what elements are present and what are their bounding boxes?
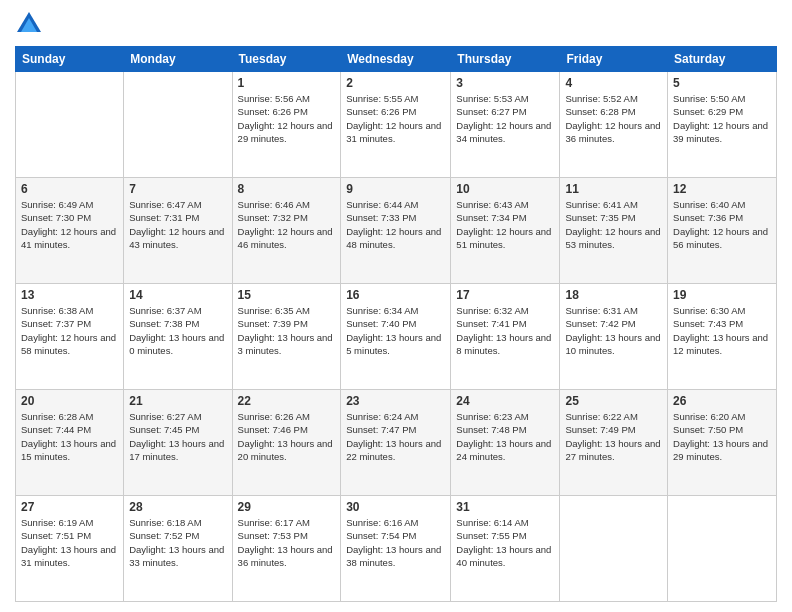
calendar-week-row: 6Sunrise: 6:49 AM Sunset: 7:30 PM Daylig… <box>16 178 777 284</box>
day-number: 1 <box>238 76 336 90</box>
day-info: Sunrise: 6:22 AM Sunset: 7:49 PM Dayligh… <box>565 410 662 463</box>
calendar-cell: 26Sunrise: 6:20 AM Sunset: 7:50 PM Dayli… <box>668 390 777 496</box>
calendar-cell: 19Sunrise: 6:30 AM Sunset: 7:43 PM Dayli… <box>668 284 777 390</box>
day-info: Sunrise: 6:31 AM Sunset: 7:42 PM Dayligh… <box>565 304 662 357</box>
calendar-cell <box>668 496 777 602</box>
day-info: Sunrise: 6:34 AM Sunset: 7:40 PM Dayligh… <box>346 304 445 357</box>
day-info: Sunrise: 6:49 AM Sunset: 7:30 PM Dayligh… <box>21 198 118 251</box>
day-number: 9 <box>346 182 445 196</box>
calendar-day-header: Monday <box>124 47 232 72</box>
calendar-cell <box>124 72 232 178</box>
calendar-day-header: Tuesday <box>232 47 341 72</box>
day-number: 13 <box>21 288 118 302</box>
day-number: 7 <box>129 182 226 196</box>
day-info: Sunrise: 6:38 AM Sunset: 7:37 PM Dayligh… <box>21 304 118 357</box>
day-number: 15 <box>238 288 336 302</box>
calendar-week-row: 20Sunrise: 6:28 AM Sunset: 7:44 PM Dayli… <box>16 390 777 496</box>
day-info: Sunrise: 6:19 AM Sunset: 7:51 PM Dayligh… <box>21 516 118 569</box>
day-number: 17 <box>456 288 554 302</box>
calendar-table: SundayMondayTuesdayWednesdayThursdayFrid… <box>15 46 777 602</box>
day-info: Sunrise: 6:17 AM Sunset: 7:53 PM Dayligh… <box>238 516 336 569</box>
day-info: Sunrise: 5:56 AM Sunset: 6:26 PM Dayligh… <box>238 92 336 145</box>
day-info: Sunrise: 6:24 AM Sunset: 7:47 PM Dayligh… <box>346 410 445 463</box>
day-info: Sunrise: 5:52 AM Sunset: 6:28 PM Dayligh… <box>565 92 662 145</box>
calendar-cell: 16Sunrise: 6:34 AM Sunset: 7:40 PM Dayli… <box>341 284 451 390</box>
calendar-cell: 3Sunrise: 5:53 AM Sunset: 6:27 PM Daylig… <box>451 72 560 178</box>
calendar-cell: 2Sunrise: 5:55 AM Sunset: 6:26 PM Daylig… <box>341 72 451 178</box>
calendar-cell: 25Sunrise: 6:22 AM Sunset: 7:49 PM Dayli… <box>560 390 668 496</box>
calendar-day-header: Sunday <box>16 47 124 72</box>
day-number: 28 <box>129 500 226 514</box>
day-number: 24 <box>456 394 554 408</box>
calendar-cell: 5Sunrise: 5:50 AM Sunset: 6:29 PM Daylig… <box>668 72 777 178</box>
day-info: Sunrise: 6:18 AM Sunset: 7:52 PM Dayligh… <box>129 516 226 569</box>
calendar-cell: 23Sunrise: 6:24 AM Sunset: 7:47 PM Dayli… <box>341 390 451 496</box>
day-info: Sunrise: 6:26 AM Sunset: 7:46 PM Dayligh… <box>238 410 336 463</box>
calendar-cell: 12Sunrise: 6:40 AM Sunset: 7:36 PM Dayli… <box>668 178 777 284</box>
calendar-cell: 20Sunrise: 6:28 AM Sunset: 7:44 PM Dayli… <box>16 390 124 496</box>
day-number: 6 <box>21 182 118 196</box>
day-number: 23 <box>346 394 445 408</box>
calendar-cell: 28Sunrise: 6:18 AM Sunset: 7:52 PM Dayli… <box>124 496 232 602</box>
header <box>15 10 777 38</box>
day-info: Sunrise: 6:23 AM Sunset: 7:48 PM Dayligh… <box>456 410 554 463</box>
day-number: 3 <box>456 76 554 90</box>
day-info: Sunrise: 6:20 AM Sunset: 7:50 PM Dayligh… <box>673 410 771 463</box>
calendar-week-row: 27Sunrise: 6:19 AM Sunset: 7:51 PM Dayli… <box>16 496 777 602</box>
calendar-day-header: Friday <box>560 47 668 72</box>
day-info: Sunrise: 6:27 AM Sunset: 7:45 PM Dayligh… <box>129 410 226 463</box>
calendar-cell: 13Sunrise: 6:38 AM Sunset: 7:37 PM Dayli… <box>16 284 124 390</box>
day-info: Sunrise: 6:47 AM Sunset: 7:31 PM Dayligh… <box>129 198 226 251</box>
day-number: 14 <box>129 288 226 302</box>
calendar-cell: 8Sunrise: 6:46 AM Sunset: 7:32 PM Daylig… <box>232 178 341 284</box>
day-number: 31 <box>456 500 554 514</box>
calendar-cell: 27Sunrise: 6:19 AM Sunset: 7:51 PM Dayli… <box>16 496 124 602</box>
day-info: Sunrise: 5:50 AM Sunset: 6:29 PM Dayligh… <box>673 92 771 145</box>
day-info: Sunrise: 6:14 AM Sunset: 7:55 PM Dayligh… <box>456 516 554 569</box>
day-info: Sunrise: 6:37 AM Sunset: 7:38 PM Dayligh… <box>129 304 226 357</box>
calendar-cell: 29Sunrise: 6:17 AM Sunset: 7:53 PM Dayli… <box>232 496 341 602</box>
calendar-week-row: 1Sunrise: 5:56 AM Sunset: 6:26 PM Daylig… <box>16 72 777 178</box>
day-number: 18 <box>565 288 662 302</box>
calendar-cell: 7Sunrise: 6:47 AM Sunset: 7:31 PM Daylig… <box>124 178 232 284</box>
day-info: Sunrise: 6:43 AM Sunset: 7:34 PM Dayligh… <box>456 198 554 251</box>
day-number: 16 <box>346 288 445 302</box>
calendar-cell: 9Sunrise: 6:44 AM Sunset: 7:33 PM Daylig… <box>341 178 451 284</box>
day-number: 4 <box>565 76 662 90</box>
day-number: 21 <box>129 394 226 408</box>
day-number: 19 <box>673 288 771 302</box>
calendar-cell: 4Sunrise: 5:52 AM Sunset: 6:28 PM Daylig… <box>560 72 668 178</box>
day-info: Sunrise: 6:35 AM Sunset: 7:39 PM Dayligh… <box>238 304 336 357</box>
calendar-cell: 11Sunrise: 6:41 AM Sunset: 7:35 PM Dayli… <box>560 178 668 284</box>
calendar-day-header: Saturday <box>668 47 777 72</box>
day-info: Sunrise: 6:40 AM Sunset: 7:36 PM Dayligh… <box>673 198 771 251</box>
calendar-cell: 24Sunrise: 6:23 AM Sunset: 7:48 PM Dayli… <box>451 390 560 496</box>
calendar-cell: 31Sunrise: 6:14 AM Sunset: 7:55 PM Dayli… <box>451 496 560 602</box>
logo <box>15 10 47 38</box>
calendar-cell: 6Sunrise: 6:49 AM Sunset: 7:30 PM Daylig… <box>16 178 124 284</box>
day-info: Sunrise: 5:53 AM Sunset: 6:27 PM Dayligh… <box>456 92 554 145</box>
day-info: Sunrise: 5:55 AM Sunset: 6:26 PM Dayligh… <box>346 92 445 145</box>
day-number: 25 <box>565 394 662 408</box>
day-number: 12 <box>673 182 771 196</box>
calendar-cell: 21Sunrise: 6:27 AM Sunset: 7:45 PM Dayli… <box>124 390 232 496</box>
day-number: 5 <box>673 76 771 90</box>
day-number: 20 <box>21 394 118 408</box>
page: SundayMondayTuesdayWednesdayThursdayFrid… <box>0 0 792 612</box>
day-number: 27 <box>21 500 118 514</box>
day-number: 30 <box>346 500 445 514</box>
calendar-cell <box>16 72 124 178</box>
day-info: Sunrise: 6:32 AM Sunset: 7:41 PM Dayligh… <box>456 304 554 357</box>
calendar-cell: 17Sunrise: 6:32 AM Sunset: 7:41 PM Dayli… <box>451 284 560 390</box>
day-number: 29 <box>238 500 336 514</box>
day-number: 8 <box>238 182 336 196</box>
day-number: 2 <box>346 76 445 90</box>
day-info: Sunrise: 6:41 AM Sunset: 7:35 PM Dayligh… <box>565 198 662 251</box>
calendar-day-header: Thursday <box>451 47 560 72</box>
logo-icon <box>15 10 43 38</box>
calendar-cell: 15Sunrise: 6:35 AM Sunset: 7:39 PM Dayli… <box>232 284 341 390</box>
calendar-cell: 30Sunrise: 6:16 AM Sunset: 7:54 PM Dayli… <box>341 496 451 602</box>
day-info: Sunrise: 6:28 AM Sunset: 7:44 PM Dayligh… <box>21 410 118 463</box>
day-info: Sunrise: 6:16 AM Sunset: 7:54 PM Dayligh… <box>346 516 445 569</box>
calendar-cell: 1Sunrise: 5:56 AM Sunset: 6:26 PM Daylig… <box>232 72 341 178</box>
